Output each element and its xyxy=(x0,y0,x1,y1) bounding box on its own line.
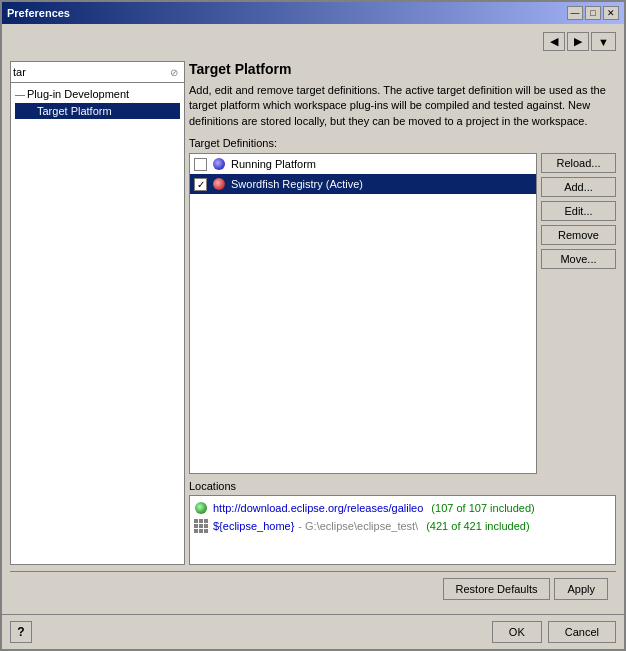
ok-button[interactable]: OK xyxy=(492,621,542,643)
tree-parent-label: Plug-in Development xyxy=(27,88,129,100)
def-label-swordfish: Swordfish Registry (Active) xyxy=(231,178,363,190)
reload-button[interactable]: Reload... xyxy=(541,153,616,173)
forward-button[interactable]: ▶ xyxy=(567,32,589,51)
footer-buttons: OK Cancel xyxy=(492,621,616,643)
def-item-swordfish[interactable]: ✓ Swordfish Registry (Active) xyxy=(190,174,536,194)
def-icon-running-platform xyxy=(211,156,227,172)
location-item-0: http://download.eclipse.org/releases/gal… xyxy=(193,499,612,517)
window-content: ◀ ▶ ▼ ⊘ — Plug-in Development Target Pla… xyxy=(2,24,624,614)
location-home-0: ${eclipse_home} xyxy=(213,520,294,532)
right-panel: Target Platform Add, edit and remove tar… xyxy=(189,61,616,565)
definitions-area: Running Platform ✓ Swordfish Registry (A… xyxy=(189,153,616,474)
search-bar: ⊘ xyxy=(11,62,184,83)
tree-expand-icon: — xyxy=(15,89,25,100)
tree-content: — Plug-in Development Target Platform xyxy=(11,83,184,123)
def-checkbox-swordfish[interactable]: ✓ xyxy=(194,178,207,191)
locations-label: Locations xyxy=(189,480,616,492)
title-bar-buttons: — □ ✕ xyxy=(567,6,619,20)
help-button[interactable]: ? xyxy=(10,621,32,643)
toolbar-row: ◀ ▶ ▼ xyxy=(10,32,616,51)
page-description: Add, edit and remove target definitions.… xyxy=(189,83,616,129)
apply-button[interactable]: Apply xyxy=(554,578,608,600)
window-title: Preferences xyxy=(7,7,70,19)
minimize-button[interactable]: — xyxy=(567,6,583,20)
location-icon-1 xyxy=(193,518,209,534)
dropdown-button[interactable]: ▼ xyxy=(591,32,616,51)
def-checkbox-running-platform[interactable] xyxy=(194,158,207,171)
search-input[interactable] xyxy=(13,66,166,78)
bottom-bar: Restore Defaults Apply xyxy=(10,571,616,606)
add-button[interactable]: Add... xyxy=(541,177,616,197)
tree-child-label: Target Platform xyxy=(37,105,112,117)
side-buttons: Reload... Add... Edit... Remove Move... xyxy=(541,153,616,474)
cancel-button[interactable]: Cancel xyxy=(548,621,616,643)
location-url-0: http://download.eclipse.org/releases/gal… xyxy=(213,502,423,514)
tree-child-target-platform[interactable]: Target Platform xyxy=(15,103,180,119)
target-definitions-label: Target Definitions: xyxy=(189,137,616,149)
grid-icon xyxy=(194,519,208,533)
locations-section: Locations http://download.eclipse.org/re… xyxy=(189,480,616,565)
location-item-1: ${eclipse_home} - G:\eclipse\eclipse_tes… xyxy=(193,517,612,535)
location-icon-0 xyxy=(193,500,209,516)
footer-bar: ? OK Cancel xyxy=(2,614,624,649)
back-button[interactable]: ◀ xyxy=(543,32,565,51)
def-label-running-platform: Running Platform xyxy=(231,158,316,170)
main-area: ⊘ — Plug-in Development Target Platform … xyxy=(10,61,616,565)
title-bar: Preferences — □ ✕ xyxy=(2,2,624,24)
search-clear-icon[interactable]: ⊘ xyxy=(166,64,182,80)
preferences-window: Preferences — □ ✕ ◀ ▶ ▼ ⊘ — xyxy=(0,0,626,651)
location-count-0: (107 of 107 included) xyxy=(431,502,534,514)
maximize-button[interactable]: □ xyxy=(585,6,601,20)
restore-defaults-button[interactable]: Restore Defaults xyxy=(443,578,551,600)
def-item-running-platform[interactable]: Running Platform xyxy=(190,154,536,174)
def-icon-swordfish xyxy=(211,176,227,192)
close-button[interactable]: ✕ xyxy=(603,6,619,20)
remove-button[interactable]: Remove xyxy=(541,225,616,245)
page-title: Target Platform xyxy=(189,61,616,77)
locations-box: http://download.eclipse.org/releases/gal… xyxy=(189,495,616,565)
edit-button[interactable]: Edit... xyxy=(541,201,616,221)
location-count-1: (421 of 421 included) xyxy=(426,520,529,532)
left-panel: ⊘ — Plug-in Development Target Platform xyxy=(10,61,185,565)
tree-parent-plugin-development[interactable]: — Plug-in Development xyxy=(15,87,180,101)
location-path-suffix-0: - G:\eclipse\eclipse_test\ xyxy=(298,520,418,532)
move-button[interactable]: Move... xyxy=(541,249,616,269)
definitions-list[interactable]: Running Platform ✓ Swordfish Registry (A… xyxy=(189,153,537,474)
